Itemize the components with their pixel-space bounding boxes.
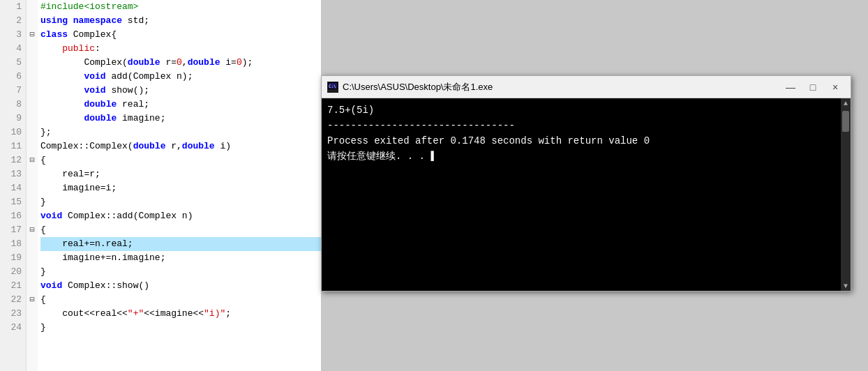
gutter-cell	[27, 251, 38, 265]
code-line: Complex(double r=0,double i=0);	[40, 56, 321, 70]
gutter-cell	[27, 42, 38, 56]
code-line: using namespace std;	[40, 14, 321, 28]
gutter-cell	[27, 181, 38, 195]
line-number: 22	[10, 293, 22, 307]
scroll-down-arrow[interactable]: ▼	[841, 281, 851, 291]
scroll-thumb[interactable]	[842, 111, 849, 132]
close-button[interactable]: ×	[825, 80, 845, 94]
code-editor: 123456789101112131415161718192021222324 …	[0, 0, 321, 371]
gutter-cell: ⊟	[27, 223, 38, 237]
code-line: public:	[40, 42, 321, 56]
gutter-cell	[27, 56, 38, 70]
terminal-output: 7.5+(5i)--------------------------------…	[327, 103, 845, 164]
terminal-title: C:\Users\ASUS\Desktop\未命名1.exe	[343, 81, 777, 93]
code-line: double real;	[40, 98, 321, 112]
code-line: {	[40, 223, 321, 237]
gutter-cell	[27, 70, 38, 84]
code-line: imagine+=n.imagine;	[40, 251, 321, 265]
line-numbers: 123456789101112131415161718192021222324	[0, 0, 27, 371]
terminal-body: 7.5+(5i)--------------------------------…	[322, 98, 851, 291]
line-number: 3	[16, 28, 22, 42]
gutter-cell	[27, 112, 38, 126]
line-number: 20	[10, 265, 22, 279]
code-line: Complex::Complex(double r,double i)	[40, 139, 321, 153]
terminal-line: 请按任意键继续. . . ▌	[327, 149, 845, 164]
title-buttons: — □ ×	[781, 80, 845, 94]
svg-text:C:\: C:\	[329, 84, 336, 89]
line-number: 1	[16, 0, 22, 14]
terminal-window[interactable]: C:\ C:\Users\ASUS\Desktop\未命名1.exe — □ ×…	[321, 75, 851, 292]
line-number: 15	[10, 195, 22, 209]
line-number: 13	[10, 167, 22, 181]
code-line: {	[40, 293, 321, 307]
code-line: void add(Complex n);	[40, 70, 321, 84]
gutter-cell	[27, 84, 38, 98]
code-line: class Complex{	[40, 28, 321, 42]
gutter-cell	[27, 14, 38, 28]
gutter: ⊟⊟⊟⊟	[27, 0, 38, 371]
line-number: 11	[10, 139, 22, 153]
gutter-cell	[27, 279, 38, 293]
gutter-cell: ⊟	[27, 153, 38, 167]
maximize-button[interactable]: □	[803, 80, 823, 94]
gutter-cell	[27, 321, 38, 335]
code-line: #include<iostream>	[40, 0, 321, 14]
gutter-cell	[27, 139, 38, 153]
gutter-cell	[27, 126, 38, 139]
line-number: 24	[10, 321, 22, 335]
code-line: {	[40, 153, 321, 167]
line-number: 7	[16, 84, 22, 98]
gutter-cell	[27, 237, 38, 251]
line-number: 16	[10, 209, 22, 223]
line-number: 8	[16, 98, 22, 112]
code-line: real+=n.real;	[40, 237, 321, 251]
terminal-line: --------------------------------	[327, 118, 845, 133]
terminal-scrollbar[interactable]: ▲ ▼	[841, 98, 851, 291]
main-container: 123456789101112131415161718192021222324 …	[0, 0, 868, 371]
line-number: 19	[10, 251, 22, 265]
line-number: 4	[16, 42, 22, 56]
code-line: void Complex::add(Complex n)	[40, 209, 321, 223]
code-line: };	[40, 126, 321, 139]
gutter-cell	[27, 0, 38, 14]
line-number: 10	[10, 126, 22, 139]
line-number: 6	[16, 70, 22, 84]
line-number: 5	[16, 56, 22, 70]
line-number: 21	[10, 279, 22, 293]
gutter-cell	[27, 195, 38, 209]
gutter-cell	[27, 98, 38, 112]
scroll-up-arrow[interactable]: ▲	[841, 98, 851, 108]
code-lines: #include<iostream>using namespace std;cl…	[38, 0, 321, 371]
line-number: 14	[10, 181, 22, 195]
code-line: }	[40, 265, 321, 279]
line-number: 12	[10, 153, 22, 167]
code-line: }	[40, 195, 321, 209]
line-number: 17	[10, 223, 22, 237]
gutter-cell	[27, 209, 38, 223]
gutter-cell	[27, 307, 38, 321]
line-number: 9	[16, 112, 22, 126]
line-number: 23	[10, 307, 22, 321]
code-line: double imagine;	[40, 112, 321, 126]
code-line: real=r;	[40, 167, 321, 181]
terminal-titlebar: C:\ C:\Users\ASUS\Desktop\未命名1.exe — □ ×	[322, 76, 851, 98]
terminal-line: 7.5+(5i)	[327, 103, 845, 118]
gutter-cell	[27, 167, 38, 181]
code-line: cout<<real<<"+"<<imagine<<"i)";	[40, 307, 321, 321]
code-area: 123456789101112131415161718192021222324 …	[0, 0, 321, 371]
terminal-app-icon: C:\	[327, 82, 338, 93]
gutter-cell: ⊟	[27, 293, 38, 307]
terminal-line: Process exited after 0.1748 seconds with…	[327, 133, 845, 149]
gutter-cell: ⊟	[27, 28, 38, 42]
gutter-cell	[27, 265, 38, 279]
code-line: imagine=i;	[40, 181, 321, 195]
minimize-button[interactable]: —	[781, 80, 800, 94]
line-number: 2	[16, 14, 22, 28]
code-line: void Complex::show()	[40, 279, 321, 293]
line-number: 18	[10, 237, 22, 251]
code-line: }	[40, 321, 321, 335]
code-line: void show();	[40, 84, 321, 98]
